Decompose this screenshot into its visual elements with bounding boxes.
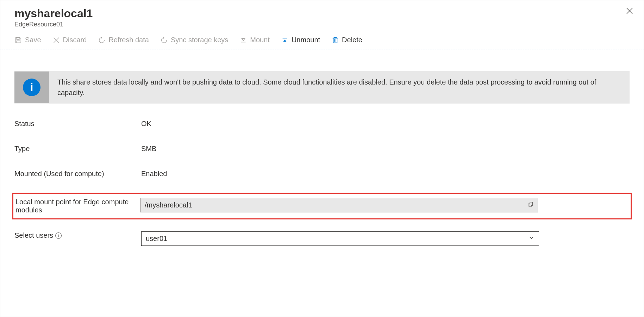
users-label: Select users i (14, 231, 141, 240)
toolbar: Save Discard Refresh data Sync storage k… (0, 32, 644, 50)
mounted-row: Mounted (Used for compute) Enabled (14, 168, 630, 180)
save-icon (14, 36, 22, 44)
copy-button[interactable] (528, 201, 534, 209)
save-button[interactable]: Save (14, 36, 41, 44)
mountpoint-input[interactable]: /mysharelocal1 (140, 198, 538, 212)
info-tooltip-icon[interactable]: i (55, 232, 62, 239)
refresh-button[interactable]: Refresh data (98, 36, 149, 44)
mounted-label: Mounted (Used for compute) (14, 170, 141, 178)
unmount-button[interactable]: Unmount (281, 36, 320, 44)
discard-button[interactable]: Discard (52, 36, 87, 44)
mountpoint-row: Local mount point for Edge compute modul… (12, 193, 632, 219)
panel-header: mysharelocal1 EdgeResource01 (0, 0, 644, 32)
panel-subtitle: EdgeResource01 (14, 21, 630, 28)
info-banner: i This share stores data locally and won… (14, 71, 630, 104)
mounted-value: Enabled (141, 170, 630, 178)
type-value: SMB (141, 145, 630, 153)
content-area: i This share stores data locally and won… (0, 50, 644, 268)
users-label-text: Select users (14, 231, 53, 240)
type-row: Type SMB (14, 143, 630, 155)
mount-label: Mount (250, 36, 270, 44)
discard-icon (52, 36, 60, 44)
users-value: user01 (146, 235, 167, 243)
mountpoint-value: /mysharelocal1 (145, 201, 192, 209)
chevron-down-icon (528, 235, 534, 243)
info-icon-wrap: i (14, 72, 49, 103)
status-row: Status OK (14, 118, 630, 130)
refresh-label: Refresh data (108, 36, 149, 44)
save-label: Save (25, 36, 41, 44)
close-button[interactable] (625, 7, 634, 17)
delete-button[interactable]: Delete (331, 36, 362, 44)
discard-label: Discard (63, 36, 87, 44)
info-banner-text: This share stores data locally and won't… (49, 71, 630, 104)
delete-label: Delete (342, 36, 362, 44)
status-value: OK (141, 120, 630, 128)
mountpoint-label: Local mount point for Edge compute modul… (15, 198, 140, 214)
type-label: Type (14, 145, 141, 153)
panel-title: mysharelocal1 (14, 7, 630, 20)
users-select[interactable]: user01 (141, 231, 539, 246)
users-row: Select users i user01 (14, 229, 630, 248)
refresh-icon (98, 36, 106, 44)
copy-icon (528, 201, 534, 207)
status-label: Status (14, 120, 141, 128)
sync-icon (160, 36, 168, 44)
share-panel: mysharelocal1 EdgeResource01 Save Discar… (0, 0, 644, 317)
info-icon: i (23, 79, 40, 96)
close-icon (625, 7, 634, 15)
unmount-icon (281, 36, 289, 44)
sync-label: Sync storage keys (171, 36, 228, 44)
sync-button[interactable]: Sync storage keys (160, 36, 228, 44)
unmount-label: Unmount (292, 36, 320, 44)
mount-icon (239, 36, 247, 44)
delete-icon (331, 36, 339, 44)
mount-button[interactable]: Mount (239, 36, 270, 44)
